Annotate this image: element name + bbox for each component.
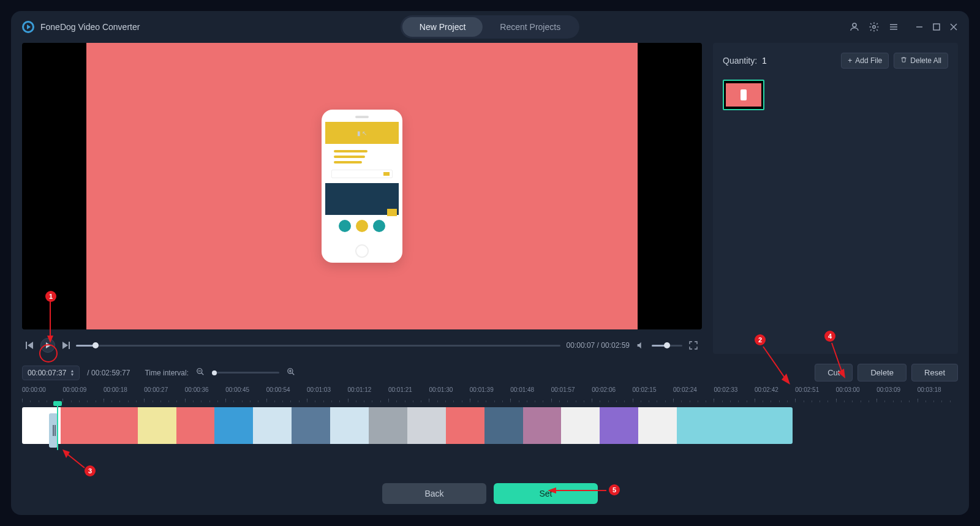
menu-icon[interactable] <box>888 21 899 32</box>
ruler-tick: 00:01:21 <box>388 386 429 402</box>
timeline-track[interactable] <box>11 407 969 444</box>
interval-label: Time interval: <box>145 369 189 377</box>
ruler-tick: 00:00:00 <box>22 386 62 402</box>
maximize-button[interactable] <box>932 23 941 31</box>
track-frame <box>176 407 215 444</box>
seek-slider[interactable] <box>76 345 560 347</box>
svg-rect-9 <box>26 342 27 349</box>
annotation-badge-3: 3 <box>85 465 96 476</box>
trim-handle-left[interactable] <box>49 413 58 448</box>
user-icon[interactable] <box>849 21 860 32</box>
back-button[interactable]: Back <box>382 483 486 504</box>
track-frame <box>446 407 484 444</box>
plus-icon: + <box>848 56 852 65</box>
track-frame <box>253 407 292 444</box>
duration-text: / 00:02:59:77 <box>87 369 130 377</box>
set-button[interactable]: Set <box>494 483 598 504</box>
ruler-tick: 00:01:30 <box>429 386 469 402</box>
zoom-in-icon[interactable] <box>287 367 295 378</box>
track-frame <box>214 407 253 444</box>
ruler-tick: 00:03:09 <box>876 386 917 402</box>
track-frame <box>138 407 176 444</box>
svg-rect-12 <box>69 342 70 349</box>
track-frame <box>715 407 754 444</box>
clip-thumbnail[interactable] <box>723 80 764 110</box>
tab-recent-projects[interactable]: Recent Projects <box>483 17 578 37</box>
track-frame <box>600 407 638 444</box>
ruler-tick: 00:02:42 <box>755 386 795 402</box>
close-button[interactable] <box>949 23 958 31</box>
titlebar: FoneDog Video Converter New Project Rece… <box>11 11 969 43</box>
track-frame <box>561 407 600 444</box>
ruler-tick: 00:01:03 <box>307 386 347 402</box>
track-frame <box>523 407 562 444</box>
track-frame <box>484 407 523 444</box>
track-frame <box>99 407 138 444</box>
time-display: 00:00:07 / 00:02:59 <box>567 341 630 350</box>
tab-new-project[interactable]: New Project <box>402 17 483 37</box>
ruler-tick: 00:01:57 <box>551 386 592 402</box>
ruler-tick: 00:01:48 <box>510 386 551 402</box>
ruler-tick: 00:01:12 <box>348 386 388 402</box>
volume-slider[interactable] <box>652 345 682 347</box>
track-frame <box>292 407 330 444</box>
track-frame <box>330 407 369 444</box>
settings-icon[interactable] <box>869 21 880 32</box>
skip-start-icon[interactable] <box>26 342 34 349</box>
annotation-arrow-3 <box>61 449 88 472</box>
video-preview: ▮ ↖ <box>22 43 702 329</box>
minimize-button[interactable] <box>915 23 924 31</box>
video-content: ▮ ↖ <box>86 43 637 329</box>
zoom-out-icon[interactable] <box>196 367 205 378</box>
step-down-icon[interactable]: ▼ <box>70 373 74 377</box>
logo-icon <box>22 21 34 33</box>
ruler-tick: 00:00:18 <box>104 386 144 402</box>
ruler-tick: 00:00:09 <box>62 386 103 402</box>
ruler-tick: 00:01:39 <box>470 386 510 402</box>
delete-all-button[interactable]: Delete All <box>894 53 948 69</box>
track-frame <box>369 407 407 444</box>
ruler-tick: 00:03:00 <box>836 386 876 402</box>
svg-marker-10 <box>28 342 33 349</box>
ruler-tick: 00:02:06 <box>592 386 632 402</box>
svg-point-1 <box>873 26 876 29</box>
playback-controls: 00:00:07 / 00:02:59 <box>22 329 702 359</box>
time-strip-controls: 00:00:07:37 ▲ ▼ / 00:02:59:77 Time inter… <box>11 359 969 384</box>
playhead[interactable] <box>57 405 58 450</box>
svg-marker-11 <box>62 342 68 349</box>
add-file-button[interactable]: + Add File <box>841 53 889 69</box>
play-button[interactable] <box>40 338 55 353</box>
svg-line-15 <box>202 372 204 375</box>
track-frame <box>638 407 677 444</box>
project-tabs: New Project Recent Projects <box>401 15 579 39</box>
svg-marker-27 <box>62 449 70 458</box>
skip-end-icon[interactable] <box>61 342 70 349</box>
ruler-tick: 00:03:18 <box>918 386 958 402</box>
ruler-tick: 00:02:24 <box>673 386 714 402</box>
reset-button[interactable]: Reset <box>911 364 958 381</box>
ruler-tick: 00:02:15 <box>633 386 673 402</box>
ruler-tick: 00:02:33 <box>714 386 754 402</box>
delete-button[interactable]: Delete <box>858 364 907 381</box>
app-logo: FoneDog Video Converter <box>22 21 140 33</box>
svg-point-0 <box>853 23 856 27</box>
ruler-tick: 00:00:45 <box>225 386 266 402</box>
quantity-label: Quantity: <box>723 56 757 66</box>
cut-button[interactable]: Cut <box>815 364 853 381</box>
track-frame <box>754 407 793 444</box>
track-frame <box>407 407 446 444</box>
volume-icon[interactable] <box>636 340 646 350</box>
app-title: FoneDog Video Converter <box>40 22 140 32</box>
svg-rect-6 <box>933 24 940 30</box>
clip-sidebar: Quantity: 1 + Add File Delete All <box>713 43 958 354</box>
ruler-tick: 00:02:51 <box>795 386 835 402</box>
zoom-slider[interactable] <box>212 372 279 374</box>
current-frame-input[interactable]: 00:00:07:37 ▲ ▼ <box>22 366 80 380</box>
ruler-tick: 00:00:27 <box>144 386 184 402</box>
track-frame <box>677 407 715 444</box>
phone-illustration: ▮ ↖ <box>322 110 402 263</box>
quantity-value: 1 <box>762 56 767 66</box>
ruler-tick: 00:00:36 <box>185 386 225 402</box>
bottom-actions: Back Set <box>11 483 969 504</box>
fullscreen-icon[interactable] <box>688 340 698 350</box>
